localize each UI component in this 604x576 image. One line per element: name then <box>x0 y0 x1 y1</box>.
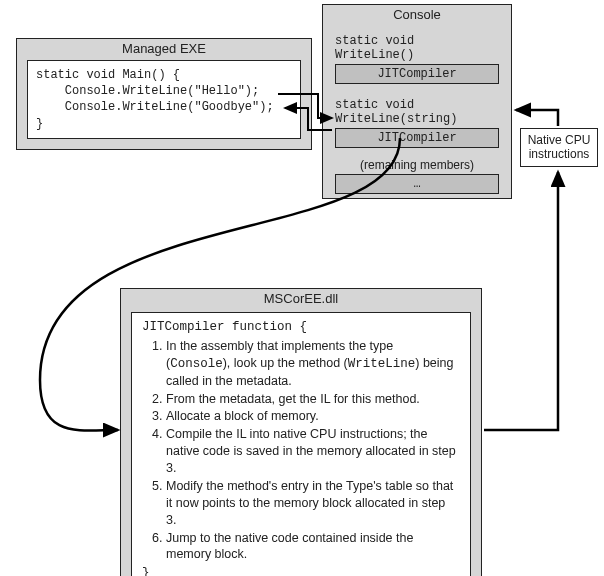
jit-step: Allocate a block of memory. <box>166 408 460 425</box>
mscoree-content: JITCompiler function { In the assembly t… <box>131 312 471 576</box>
console-method1-slot: JITCompiler <box>335 64 499 84</box>
jit-step: Modify the method's entry in the Type's … <box>166 478 460 529</box>
jit-func-close: } <box>142 565 460 576</box>
mscoree-box: MSCorEE.dll JITCompiler function { In th… <box>120 288 482 576</box>
console-title: Console <box>323 5 511 26</box>
jit-step: From the metadata, get the IL for this m… <box>166 391 460 408</box>
managed-exe-box: Managed EXE static void Main() { Console… <box>16 38 312 150</box>
native-cpu-box: Native CPU instructions <box>520 128 598 167</box>
mscoree-title: MSCorEE.dll <box>121 289 481 310</box>
console-method2-label: static void WriteLine(string) <box>335 98 499 126</box>
console-box: Console static void WriteLine() JITCompi… <box>322 4 512 199</box>
native-cpu-line2: instructions <box>527 147 591 161</box>
arrow-native-to-slot <box>516 110 558 126</box>
console-method1-label: static void WriteLine() <box>335 34 499 62</box>
managed-exe-code: static void Main() { Console.WriteLine("… <box>27 60 301 139</box>
console-remaining-slot: … <box>335 174 499 194</box>
console-method2-slot: JITCompiler <box>335 128 499 148</box>
native-cpu-line1: Native CPU <box>527 133 591 147</box>
jit-step: Compile the IL into native CPU instructi… <box>166 426 460 477</box>
managed-exe-title: Managed EXE <box>17 39 311 60</box>
jit-step: Jump to the native code contained inside… <box>166 530 460 564</box>
jit-func-open: JITCompiler function { <box>142 319 460 336</box>
console-remaining-label: (remaining members) <box>335 158 499 172</box>
jit-steps-list: In the assembly that implements the type… <box>166 338 460 563</box>
jit-step: In the assembly that implements the type… <box>166 338 460 390</box>
arrow-mscoree-to-native <box>484 172 558 430</box>
